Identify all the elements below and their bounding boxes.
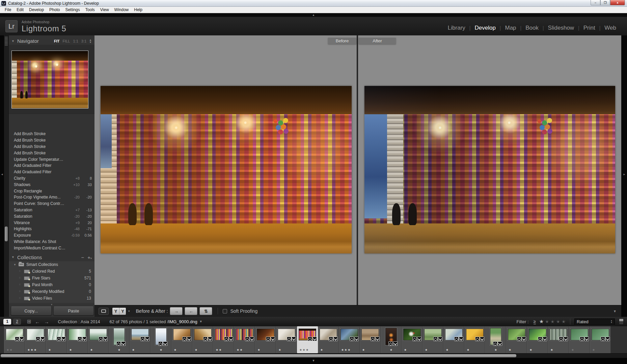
history-step[interactable]: Clarity+88 <box>9 175 94 182</box>
scrollbar-thumb[interactable] <box>5 226 8 241</box>
crop-badge-icon[interactable] <box>103 337 108 341</box>
rated-filter-dropdown[interactable]: Rated ▲▼ <box>574 318 615 325</box>
keyword-badge-icon[interactable] <box>15 337 19 341</box>
filmstrip-thumbnail-room2[interactable]: ★ <box>192 326 213 353</box>
history-step[interactable]: Add Graduated Filter <box>9 169 94 175</box>
crop-badge-icon[interactable] <box>145 337 149 341</box>
toolbar-options-caret-icon[interactable]: ▼ <box>613 309 618 313</box>
filmstrip-thumbnail-yellow[interactable]: ★ <box>464 326 485 353</box>
thumbnail-star-rating[interactable]: ★ <box>257 348 261 352</box>
thumbnail-star-rating[interactable]: ★ <box>90 348 93 352</box>
thumbnail-image-shop-main[interactable] <box>299 329 316 340</box>
filmstrip-thumbnail-green-partial[interactable]: ★ <box>590 326 611 353</box>
thumbnail-star-rating[interactable]: ★ <box>446 348 449 352</box>
thumbnail-star-rating[interactable]: ★ <box>278 348 282 352</box>
filmstrip-thumbnail-trees[interactable]: ★ <box>506 326 527 353</box>
filmstrip-thumbnail-candles[interactable]: ★ <box>381 326 402 353</box>
history-step[interactable]: Saturation-20-20 <box>9 213 94 219</box>
collections-collapse-icon[interactable]: ▼ <box>11 255 15 259</box>
thumbnail-image-green-wall[interactable] <box>69 329 86 340</box>
keyword-badge-icon[interactable] <box>601 337 605 341</box>
filmstrip-thumbnail-mbs[interactable]: ★ <box>130 326 151 353</box>
thumbnail-image-room[interactable] <box>173 329 191 340</box>
thumbnail-star-rating[interactable]: ★ <box>550 348 554 352</box>
thumbnail-image-pale[interactable] <box>278 329 295 340</box>
history-step[interactable]: Point Curve: Strong Contrast <box>9 201 94 207</box>
thumbnail-image-supertree[interactable] <box>113 328 125 345</box>
swap-before-after-button[interactable]: ⇅ <box>199 307 212 315</box>
thumbnail-star-rating[interactable]: ★ <box>509 348 512 352</box>
view-mode-caret-icon[interactable]: ▾ <box>128 309 130 313</box>
thumbnail-image-balcony[interactable] <box>550 329 567 340</box>
thumbnail-star-rating[interactable]: ★★ <box>6 348 13 352</box>
crop-badge-icon[interactable] <box>250 337 254 341</box>
history-step[interactable]: Add Brush Stroke <box>9 150 94 156</box>
keyword-badge-icon[interactable] <box>182 337 187 341</box>
thumbnail-star-rating[interactable]: ★ <box>195 348 198 352</box>
filmstrip-thumbnail-green-wall[interactable]: ★ <box>67 326 88 353</box>
keyword-badge-icon[interactable] <box>158 341 163 346</box>
filmstrip-thumbnail-forest[interactable]: ★ <box>402 326 422 353</box>
keyword-badge-icon[interactable] <box>99 337 103 341</box>
module-tab-book[interactable]: Book <box>521 25 543 31</box>
primary-monitor-button[interactable]: 1 <box>3 319 11 325</box>
collection-group-smart-collections[interactable]: ▼Smart Collections <box>9 261 94 268</box>
collection-item-colored-red[interactable]: ⠿Colored Red5 <box>9 268 94 275</box>
thumbnail-image-forest[interactable] <box>403 329 421 340</box>
filmstrip-thumbnail-pale[interactable]: ★ <box>276 326 297 353</box>
thumbnail-image-park[interactable] <box>424 329 442 340</box>
filter-star-3[interactable]: ★ <box>550 318 555 325</box>
module-tab-web[interactable]: Web <box>600 25 620 31</box>
keyword-badge-icon[interactable] <box>517 337 521 341</box>
soft-proofing-checkbox[interactable] <box>223 309 227 313</box>
keyword-badge-icon[interactable] <box>350 337 354 341</box>
close-button[interactable]: x <box>610 0 625 5</box>
keyword-badge-icon[interactable] <box>266 337 270 341</box>
menu-item-edit[interactable]: Edit <box>14 7 26 13</box>
keyword-badge-icon[interactable] <box>475 337 480 341</box>
keyword-badge-icon[interactable] <box>287 337 291 341</box>
filmstrip-thumbnail-balcony[interactable]: ★ <box>548 326 569 353</box>
crop-badge-icon[interactable] <box>208 337 212 341</box>
thumbnail-image-green-partial[interactable] <box>592 329 609 340</box>
crop-badge-icon[interactable] <box>229 337 233 341</box>
grid-view-icon[interactable]: ⊞ <box>27 318 31 325</box>
copy-after-to-before-button[interactable]: ← <box>185 307 197 315</box>
filmstrip-thumbnail-room[interactable]: ★ <box>171 326 192 353</box>
history-step[interactable]: Highlights-48-71 <box>9 226 94 232</box>
crop-badge-icon[interactable] <box>82 337 87 341</box>
after-photo[interactable] <box>364 86 615 253</box>
thumbnail-star-rating[interactable]: ★★ <box>237 348 243 352</box>
keyword-badge-icon[interactable] <box>388 341 393 346</box>
collection-item-recently-modified[interactable]: ⠿Recently Modified0 <box>9 288 94 295</box>
left-panel-collapse-rail[interactable]: ◄ <box>0 35 4 317</box>
expand-right-arrow-icon[interactable]: ► <box>623 173 626 176</box>
keyword-badge-icon[interactable] <box>203 337 208 341</box>
crop-badge-icon[interactable] <box>393 341 398 346</box>
minimize-button[interactable]: – <box>591 0 600 5</box>
history-step[interactable]: Update Color Temperature Adjustment <box>9 156 94 162</box>
crop-badge-icon[interactable] <box>292 337 296 341</box>
thumbnail-star-rating[interactable]: ★ <box>425 348 428 352</box>
collection-item-five-stars[interactable]: ⠿Five Stars571 <box>9 275 94 281</box>
filter-star-4[interactable]: ★ <box>556 318 560 325</box>
go-forward-icon[interactable]: → <box>44 319 49 325</box>
thumbnail-image-room2[interactable] <box>194 329 212 340</box>
crop-badge-icon[interactable] <box>312 337 317 341</box>
module-tab-map[interactable]: Map <box>501 25 520 31</box>
restore-button[interactable]: ❐ <box>600 0 610 5</box>
filmstrip-thumbnail-shop-main[interactable]: ★★★ <box>297 326 318 353</box>
keyword-badge-icon[interactable] <box>493 341 497 346</box>
collections-panel-header[interactable]: ▼ Collections − +▾ <box>9 253 94 261</box>
thumbnail-star-rating[interactable]: ★ <box>160 348 162 352</box>
filmstrip-thumbnail-window[interactable]: ★ <box>151 326 171 353</box>
filter-star-1[interactable]: ★ <box>539 318 544 325</box>
filmstrip-thumbnail-supertree[interactable]: ★ <box>109 326 130 353</box>
thumbnail-image-shop-dark[interactable] <box>257 329 274 340</box>
filmstrip-thumbnail-greenhouse[interactable]: ★ <box>527 326 548 353</box>
menu-item-view[interactable]: View <box>98 7 112 13</box>
history-step[interactable]: Post-Crop Vignette Amo...-20-20 <box>9 194 94 201</box>
navigator-zoom-spinner-icon[interactable]: ▲▼ <box>89 39 92 43</box>
thumbnail-star-rating[interactable]: ★ <box>174 348 177 352</box>
keyword-badge-icon[interactable] <box>559 337 563 341</box>
